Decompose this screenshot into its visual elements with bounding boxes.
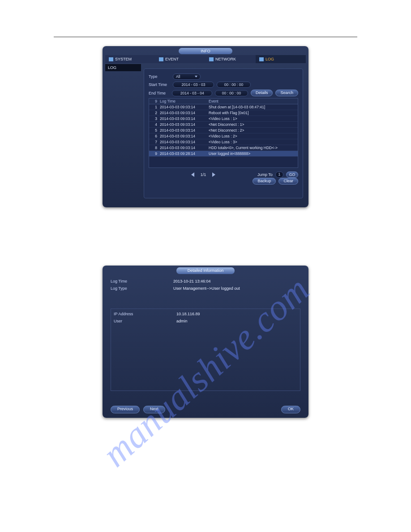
row-event: <Net Disconnect : 2> bbox=[208, 128, 298, 133]
row-log-time: 2014-03-03 09:03:14 bbox=[159, 139, 208, 145]
type-value: All bbox=[176, 74, 180, 79]
table-row[interactable]: 92014-03-03 09:28:14User logged in<88888… bbox=[149, 151, 298, 157]
type-select[interactable]: All bbox=[173, 73, 201, 80]
jump-page-input[interactable]: 1 bbox=[275, 172, 283, 178]
row-log-time: 2014-03-03 09:03:14 bbox=[159, 133, 208, 139]
row-index: 2 bbox=[149, 110, 159, 116]
type-label: Type bbox=[149, 74, 170, 79]
row-index: 3 bbox=[149, 116, 159, 121]
end-date-input[interactable]: 2014 - 03 - 04 bbox=[172, 90, 212, 96]
network-icon bbox=[209, 57, 214, 61]
tab-log[interactable]: LOG bbox=[256, 55, 306, 63]
table-row[interactable]: 52014-03-03 09:03:14<Net Disconnect : 2> bbox=[149, 128, 298, 133]
prev-page-icon[interactable] bbox=[191, 172, 194, 177]
sidebar: LOG bbox=[105, 64, 141, 71]
log-table: 9 Log Time Event 12014-03-03 09:03:14Shu… bbox=[149, 98, 298, 168]
row-event: Reboot with Flag [0x01] bbox=[208, 110, 298, 116]
log-time-label: Log Time bbox=[111, 279, 173, 283]
start-time-label: Start Time bbox=[149, 82, 170, 87]
end-time-input[interactable]: 00 : 00 : 00 bbox=[215, 90, 248, 96]
row-log-time: 2014-03-03 09:28:14 bbox=[159, 151, 208, 156]
panel-title: INFO bbox=[179, 48, 232, 54]
row-event: <Video Loss : 1> bbox=[208, 116, 298, 121]
row-event: <Video Loss : 2> bbox=[208, 133, 298, 139]
row-log-time: 2014-03-03 09:03:14 bbox=[159, 145, 208, 150]
log-time-value: 2013-10-21 13:46:04 bbox=[173, 279, 211, 283]
row-log-time: 2014-03-03 09:03:14 bbox=[159, 122, 208, 127]
chevron-down-icon bbox=[195, 76, 197, 77]
search-button[interactable]: Search bbox=[275, 90, 298, 96]
previous-button[interactable]: Previous bbox=[111, 406, 140, 413]
row-index: 8 bbox=[149, 145, 159, 150]
tab-event[interactable]: EVENT bbox=[155, 55, 206, 63]
row-count-header: 9 bbox=[149, 99, 159, 104]
clear-button[interactable]: Clear bbox=[278, 178, 298, 184]
row-index: 5 bbox=[149, 128, 159, 133]
page-rule bbox=[54, 37, 357, 37]
start-date-input[interactable]: 2014 - 03 - 03 bbox=[173, 82, 214, 88]
next-page-icon[interactable] bbox=[212, 172, 215, 177]
tab-system[interactable]: SYSTEM bbox=[105, 55, 155, 63]
table-row[interactable]: 32014-03-03 09:03:14<Video Loss : 1> bbox=[149, 116, 298, 122]
detail-box: IP Address 10.18.116.89 User admin bbox=[111, 309, 300, 391]
tab-label: LOG bbox=[265, 57, 274, 61]
user-value: admin bbox=[176, 319, 188, 323]
tab-network[interactable]: NETWORK bbox=[206, 55, 256, 63]
row-index: 9 bbox=[149, 151, 159, 156]
row-log-time: 2014-03-03 09:03:14 bbox=[159, 128, 208, 133]
row-index: 1 bbox=[149, 104, 159, 110]
panel-title: Detailed Information bbox=[176, 267, 235, 274]
detail-summary: Log Time 2013-10-21 13:46:04 Log Type Us… bbox=[111, 279, 300, 293]
row-event: <Video Loss : 3> bbox=[208, 139, 298, 145]
start-time-input[interactable]: 00 : 00 : 00 bbox=[217, 82, 251, 88]
row-index: 7 bbox=[149, 139, 159, 145]
col-log-time: Log Time bbox=[159, 99, 208, 104]
tab-label: SYSTEM bbox=[115, 57, 132, 61]
user-label: User bbox=[114, 319, 176, 323]
details-button[interactable]: Details bbox=[251, 90, 273, 96]
table-row[interactable]: 22014-03-03 09:03:14Reboot with Flag [0x… bbox=[149, 110, 298, 116]
end-time-label: End Time bbox=[149, 91, 169, 95]
ip-address-label: IP Address bbox=[114, 312, 176, 316]
table-row[interactable]: 72014-03-03 09:03:14<Video Loss : 3> bbox=[149, 139, 298, 145]
detail-panel: Detailed Information Log Time 2013-10-21… bbox=[103, 266, 308, 418]
table-row[interactable]: 82014-03-03 09:03:14HDD totals<0>, Curre… bbox=[149, 145, 298, 151]
sidebar-item-log[interactable]: LOG bbox=[105, 64, 141, 71]
ip-address-value: 10.18.116.89 bbox=[176, 312, 200, 316]
row-log-time: 2014-03-03 09:03:14 bbox=[159, 110, 208, 116]
jump-to-label: Jump To bbox=[257, 172, 273, 177]
next-button[interactable]: Next bbox=[143, 406, 165, 413]
row-event: User logged in<888888> bbox=[208, 151, 298, 156]
table-header: 9 Log Time Event bbox=[149, 99, 298, 104]
tab-label: EVENT bbox=[165, 57, 179, 61]
event-icon bbox=[159, 57, 163, 61]
system-icon bbox=[109, 57, 113, 61]
row-index: 4 bbox=[149, 122, 159, 127]
row-log-time: 2014-03-03 09:03:14 bbox=[159, 116, 208, 121]
row-event: Shut down at [14-03-03 08:47:41] bbox=[208, 104, 298, 110]
tab-bar: SYSTEM EVENT NETWORK LOG bbox=[105, 55, 306, 63]
log-main-area: Type All Start Time 2014 - 03 - 03 00 : … bbox=[144, 69, 303, 198]
col-event: Event bbox=[208, 99, 298, 104]
tab-label: NETWORK bbox=[215, 57, 236, 61]
log-type-label: Log Type bbox=[111, 286, 173, 291]
go-button[interactable]: GO bbox=[286, 172, 298, 178]
table-row[interactable]: 12014-03-03 09:03:14Shut down at [14-03-… bbox=[149, 104, 298, 110]
log-type-value: User Management-->User logged out bbox=[173, 286, 240, 291]
row-log-time: 2014-03-03 09:03:14 bbox=[159, 104, 208, 110]
row-event: <Net Disconnect : 1> bbox=[208, 122, 298, 127]
ok-button[interactable]: OK bbox=[281, 406, 300, 413]
info-panel: INFO SYSTEM EVENT NETWORK LOG LOG bbox=[103, 46, 308, 207]
page-indicator: 1/1 bbox=[201, 172, 206, 177]
backup-button[interactable]: Backup bbox=[253, 178, 276, 184]
table-row[interactable]: 62014-03-03 09:03:14<Video Loss : 2> bbox=[149, 133, 298, 139]
row-event: HDD totals<0>, Current working HDD<-> bbox=[208, 145, 298, 150]
row-index: 6 bbox=[149, 133, 159, 139]
log-icon bbox=[259, 57, 264, 61]
table-row[interactable]: 42014-03-03 09:03:14<Net Disconnect : 1> bbox=[149, 122, 298, 128]
